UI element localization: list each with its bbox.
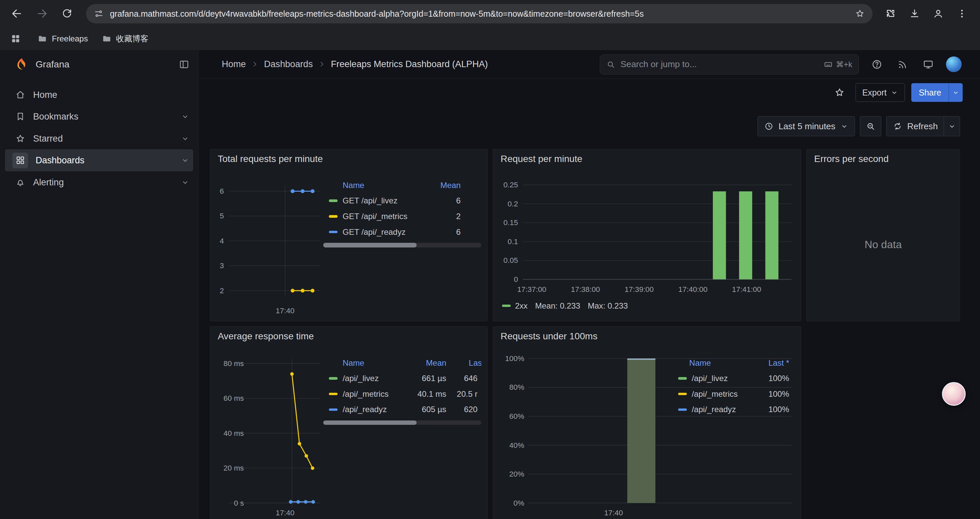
zoom-out-icon — [865, 121, 876, 131]
site-settings-icon[interactable] — [94, 9, 104, 19]
scrollbar-thumb[interactable] — [323, 243, 417, 247]
svg-text:60%: 60% — [509, 412, 524, 420]
legend-header-name[interactable]: Name — [342, 181, 364, 190]
search-input[interactable] — [620, 59, 818, 69]
svg-text:3: 3 — [220, 262, 224, 270]
series-name[interactable]: GET /api/_livez — [342, 196, 398, 205]
help-icon[interactable] — [867, 54, 887, 75]
legend-row: /api/_metrics 40.1 ms 20.5 r — [323, 386, 481, 402]
svg-text:80 ms: 80 ms — [223, 359, 244, 368]
breadcrumb-dashboards[interactable]: Dashboards — [264, 59, 313, 69]
no-data-message: No data — [807, 168, 960, 321]
series-last: 100% — [768, 390, 789, 399]
home-icon — [15, 89, 26, 100]
legend-scrollbar[interactable] — [323, 243, 481, 247]
reload-button[interactable] — [56, 3, 78, 24]
svg-text:17:41:00: 17:41:00 — [732, 285, 761, 294]
floating-avatar[interactable] — [942, 382, 966, 406]
chevron-down-icon[interactable] — [181, 178, 189, 187]
sidebar-item-home[interactable]: Home — [0, 84, 198, 106]
search-icon — [606, 60, 616, 69]
panel-title[interactable]: Errors per second — [807, 149, 960, 168]
panel-requests-under-100ms: Requests under 100ms 100%80%60%40%20%0%1… — [493, 326, 801, 519]
share-button[interactable]: Share — [911, 83, 963, 102]
breadcrumb-home[interactable]: Home — [222, 59, 246, 69]
bell-icon — [15, 177, 26, 188]
share-dropdown[interactable] — [949, 83, 963, 102]
series-name[interactable]: /api/_readyz — [342, 405, 411, 414]
svg-text:5: 5 — [220, 212, 224, 220]
legend-header-name[interactable]: Name — [689, 358, 711, 368]
apps-icon — [12, 153, 28, 168]
dock-menu-icon[interactable] — [178, 59, 190, 70]
legend: Name Mean Last * /api/_livez 661 µs 646 — [323, 356, 481, 425]
forward-button[interactable] — [31, 3, 53, 24]
back-button[interactable] — [6, 3, 28, 24]
download-icon — [909, 8, 920, 19]
user-avatar[interactable] — [943, 54, 964, 75]
refresh-button[interactable]: Refresh — [886, 116, 944, 136]
bookmark-item-freeleaps[interactable]: Freeleaps — [37, 34, 88, 44]
refresh-interval-dropdown[interactable] — [943, 116, 960, 136]
downloads-icon[interactable] — [905, 4, 924, 23]
sidebar-item-alerting[interactable]: Alerting — [0, 171, 198, 193]
series-name[interactable]: /api/_readyz — [692, 405, 736, 414]
zoom-out-button[interactable] — [860, 116, 881, 136]
series-mean: 6 — [456, 196, 461, 205]
browser-menu-icon[interactable] — [953, 4, 971, 23]
legend-header-mean[interactable]: Mean — [440, 181, 461, 190]
sidebar-item-starred[interactable]: Starred — [0, 128, 198, 150]
sidebar: Grafana Home Bookmarks Starred — [0, 50, 199, 519]
series-mean: 40.1 ms — [411, 390, 446, 399]
series-name[interactable]: /api/_livez — [342, 374, 411, 383]
legend-row: /api/_readyz 605 µs 620 — [323, 402, 481, 417]
svg-text:2: 2 — [220, 286, 224, 295]
extensions-icon[interactable] — [881, 4, 900, 23]
svg-text:80%: 80% — [509, 383, 524, 392]
series-name[interactable]: 2xx — [515, 301, 528, 311]
chevron-down-icon[interactable] — [181, 112, 189, 121]
bookmark-icon — [15, 111, 26, 122]
svg-text:6: 6 — [220, 187, 224, 195]
series-mean: 2 — [456, 212, 461, 221]
legend: 2xx Mean: 0.233 Max: 0.233 — [502, 301, 628, 311]
star-icon — [15, 133, 26, 144]
sidebar-item-dashboards[interactable]: Dashboards — [5, 149, 194, 171]
news-rss-icon[interactable] — [892, 54, 913, 75]
favorite-star-icon[interactable] — [830, 83, 850, 102]
legend-row: /api/_metrics 100% — [673, 386, 795, 402]
export-button[interactable]: Export — [856, 83, 905, 102]
bookmarks-bar: Freeleaps 收藏博客 — [0, 27, 980, 50]
chevron-down-icon[interactable] — [181, 156, 189, 164]
scrollbar-thumb[interactable] — [323, 420, 417, 425]
legend-row: /api/_readyz 100% — [673, 402, 795, 417]
apps-grid-icon[interactable] — [7, 31, 24, 47]
bookmark-item-blog[interactable]: 收藏博客 — [102, 34, 148, 44]
sidebar-item-label: Bookmarks — [33, 111, 173, 122]
legend-header-name[interactable]: Name — [342, 358, 411, 368]
grid-icon — [10, 34, 21, 44]
profile-icon[interactable] — [929, 4, 947, 23]
series-name[interactable]: /api/_metrics — [342, 390, 411, 399]
legend-header-mean[interactable]: Mean — [411, 358, 446, 368]
grafana-logo[interactable] — [15, 57, 29, 71]
svg-text:0.15: 0.15 — [504, 219, 519, 227]
series-name[interactable]: GET /api/_metrics — [342, 212, 407, 221]
legend-header-last[interactable]: Last * — [446, 358, 481, 368]
kiosk-monitor-icon[interactable] — [918, 54, 938, 75]
share-label[interactable]: Share — [911, 83, 949, 102]
series-name[interactable]: /api/_metrics — [692, 390, 738, 399]
sidebar-item-bookmarks[interactable]: Bookmarks — [0, 105, 198, 128]
address-bar[interactable] — [86, 4, 873, 23]
time-range-picker[interactable]: Last 5 minutes — [757, 116, 855, 136]
url-input[interactable] — [110, 9, 848, 19]
bookmark-star-icon[interactable] — [854, 8, 865, 19]
series-swatch — [678, 393, 687, 395]
legend-header-last[interactable]: Last * — [768, 358, 789, 368]
svg-text:20 ms: 20 ms — [223, 464, 244, 473]
series-name[interactable]: /api/_livez — [692, 374, 728, 383]
chevron-down-icon[interactable] — [181, 134, 189, 143]
series-name[interactable]: GET /api/_readyz — [342, 227, 406, 237]
search-box[interactable]: ⌘+k — [600, 54, 859, 75]
legend-scrollbar[interactable] — [323, 420, 481, 425]
